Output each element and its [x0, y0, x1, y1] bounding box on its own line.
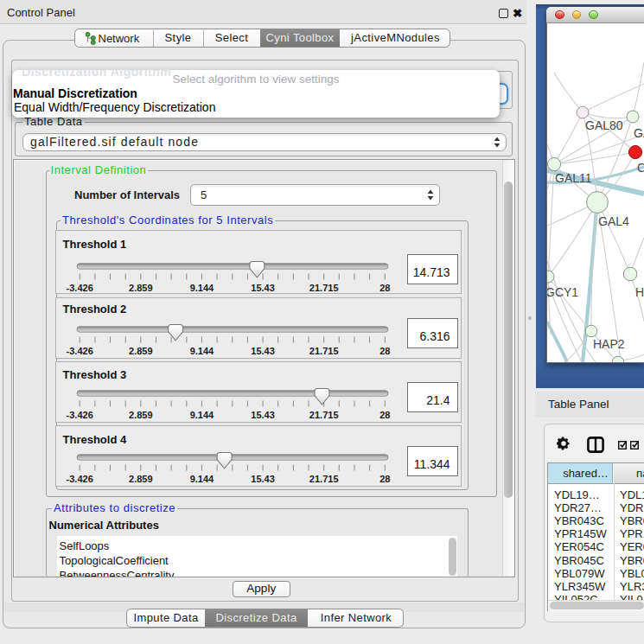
svg-text:-3.426: -3.426 [66, 283, 92, 292]
svg-text:2.859: 2.859 [129, 283, 153, 292]
svg-text:2.859: 2.859 [129, 474, 153, 484]
svg-text:15.43: 15.43 [251, 474, 275, 484]
svg-text:GAL80: GAL80 [585, 118, 623, 132]
svg-text:28: 28 [379, 283, 390, 292]
svg-text:GA: GA [634, 126, 644, 140]
svg-text:21.715: 21.715 [309, 283, 338, 292]
svg-text:15.43: 15.43 [251, 346, 275, 356]
svg-text:GCY1: GCY1 [547, 285, 578, 299]
svg-text:15.43: 15.43 [251, 283, 275, 292]
svg-text:28: 28 [379, 410, 390, 420]
svg-text:28: 28 [379, 474, 390, 484]
svg-text:21.715: 21.715 [309, 346, 338, 356]
svg-text:9.144: 9.144 [189, 346, 214, 356]
svg-text:GAL4: GAL4 [598, 214, 629, 228]
svg-text:2.859: 2.859 [129, 346, 153, 356]
svg-text:9.144: 9.144 [189, 410, 214, 420]
svg-text:-3.426: -3.426 [66, 346, 92, 356]
svg-text:GAL11: GAL11 [555, 171, 592, 185]
svg-text:H: H [635, 285, 644, 299]
svg-text:HAP2: HAP2 [593, 337, 625, 351]
svg-text:9.144: 9.144 [189, 474, 214, 484]
svg-text:15.43: 15.43 [251, 410, 275, 420]
svg-text:2.859: 2.859 [129, 410, 153, 420]
svg-text:-3.426: -3.426 [66, 474, 92, 484]
svg-text:21.715: 21.715 [309, 474, 338, 484]
svg-text:28: 28 [379, 346, 390, 356]
svg-text:-3.426: -3.426 [66, 410, 92, 420]
svg-text:9.144: 9.144 [189, 283, 214, 292]
svg-text:21.715: 21.715 [309, 410, 338, 420]
svg-text:C: C [637, 161, 644, 175]
